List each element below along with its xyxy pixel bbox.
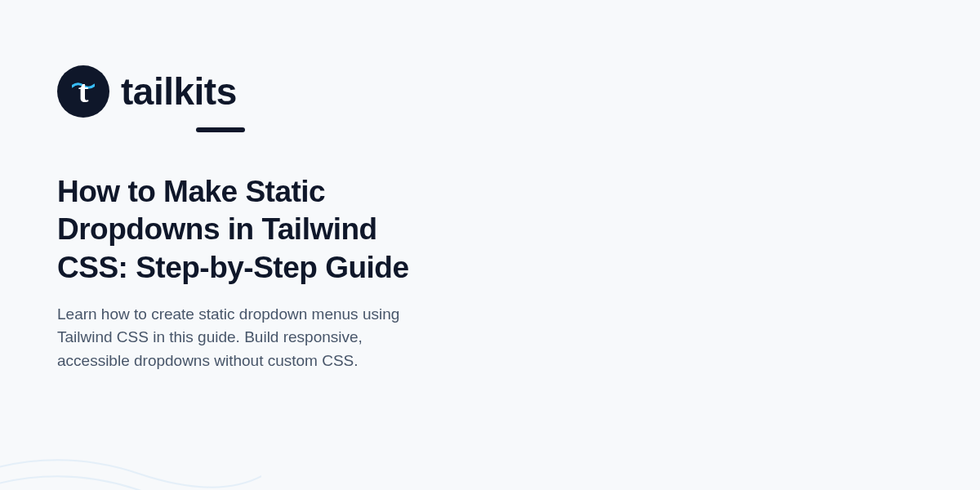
brand-underline bbox=[196, 127, 245, 132]
brand-name: tailkits bbox=[121, 69, 237, 114]
brand-logo: t tailkits bbox=[57, 65, 923, 118]
article-description: Learn how to create static dropdown menu… bbox=[57, 303, 408, 373]
logo-icon: t bbox=[57, 65, 109, 118]
article-title: How to Make Static Dropdowns in Tailwind… bbox=[57, 173, 433, 287]
